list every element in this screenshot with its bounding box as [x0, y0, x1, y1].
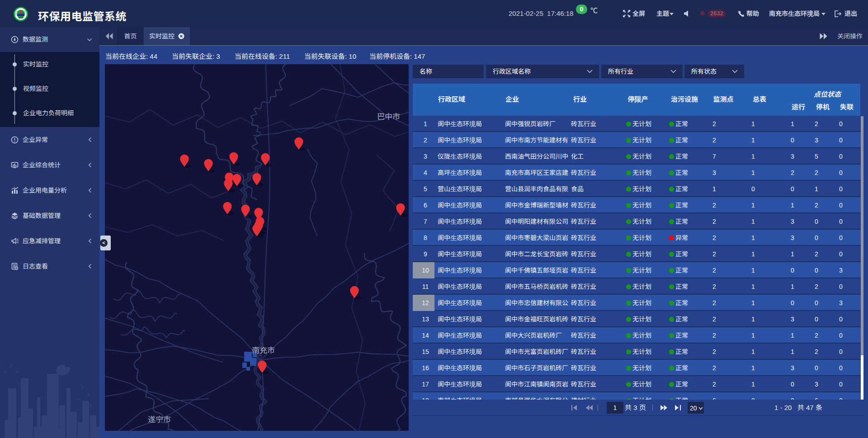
svg-text:南充市: 南充市 [252, 346, 275, 355]
svg-text:巴中市: 巴中市 [377, 113, 400, 121]
svg-text:遂宁市: 遂宁市 [148, 415, 171, 424]
